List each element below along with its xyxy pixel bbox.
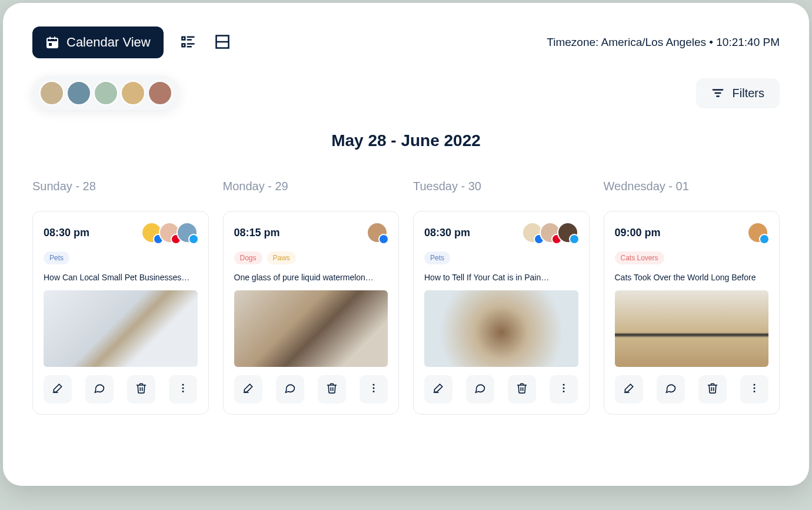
team-avatar[interactable] [94, 81, 118, 105]
team-avatar[interactable] [121, 81, 145, 105]
svg-rect-6 [182, 37, 185, 40]
delete-button[interactable] [127, 375, 155, 403]
tag[interactable]: Dogs [234, 251, 262, 264]
tag-row: Pets [424, 251, 578, 264]
more-button[interactable] [740, 375, 768, 403]
post-thumbnail[interactable] [234, 290, 388, 367]
post-thumbnail[interactable] [44, 290, 198, 367]
tag-row: DogsPaws [234, 251, 388, 264]
delete-button[interactable] [318, 375, 346, 403]
assignee-avatar[interactable] [367, 222, 388, 243]
assignee-avatar[interactable] [747, 222, 768, 243]
split-view-button[interactable] [214, 34, 232, 51]
assignee-badges [525, 222, 578, 243]
edit-button[interactable] [615, 375, 643, 403]
chat-icon [474, 382, 486, 396]
view-switcher: Calendar View [32, 27, 232, 58]
svg-point-31 [753, 388, 755, 389]
edit-button[interactable] [424, 375, 452, 403]
twitter-icon [569, 234, 580, 244]
post-card[interactable]: 09:00 pmCats LoversCats Took Over the Wo… [604, 211, 780, 415]
comment-button[interactable] [657, 375, 685, 403]
tag-row: Pets [44, 251, 198, 264]
list-view-button[interactable] [180, 34, 198, 51]
trash-icon [135, 382, 147, 396]
delete-button[interactable] [698, 375, 727, 403]
card-header: 08:15 pm [234, 222, 388, 243]
day-column: Monday - 2908:15 pmDogsPawsOne glass of … [223, 180, 400, 415]
card-header: 08:30 pm [424, 222, 578, 243]
edit-button[interactable] [234, 375, 262, 403]
more-vertical-icon [748, 382, 760, 396]
app-window: Calendar View Timezone: America/Los Ange… [3, 3, 809, 486]
svg-point-26 [563, 384, 565, 386]
card-actions [615, 375, 769, 403]
trash-icon [707, 382, 718, 396]
svg-point-19 [182, 388, 184, 389]
post-card[interactable]: 08:30 pmPetsHow to Tell If Your Cat is i… [413, 211, 590, 415]
post-time: 08:30 pm [424, 227, 470, 239]
calendar-columns: Sunday - 2808:30 pmPetsHow Can Local Sma… [32, 180, 780, 415]
post-title: One glass of pure liquid watermelon… [234, 273, 388, 282]
edit-button[interactable] [44, 375, 72, 403]
calendar-icon [45, 35, 59, 49]
post-thumbnail[interactable] [424, 290, 578, 367]
more-button[interactable] [360, 375, 388, 403]
svg-point-27 [563, 388, 565, 389]
more-button[interactable] [550, 375, 578, 403]
team-avatar-group[interactable] [32, 76, 179, 110]
day-label: Monday - 29 [223, 180, 400, 193]
svg-point-23 [372, 388, 374, 389]
team-avatar[interactable] [66, 81, 91, 105]
calendar-view-label: Calendar View [66, 35, 151, 50]
card-header: 09:00 pm [615, 222, 769, 243]
timezone-info: Timezone: America/Los Angeles • 10:21:40… [547, 36, 780, 49]
comment-button[interactable] [466, 375, 494, 403]
comment-button[interactable] [85, 375, 114, 403]
assignee-badges [751, 222, 768, 243]
day-label: Wednesday - 01 [604, 180, 780, 193]
card-actions [234, 375, 388, 403]
post-card[interactable]: 08:15 pmDogsPawsOne glass of pure liquid… [223, 211, 400, 415]
comment-button[interactable] [276, 375, 304, 403]
post-title: Cats Took Over the World Long Before [615, 273, 769, 282]
facebook-icon [378, 234, 389, 244]
svg-point-32 [753, 390, 755, 392]
assignee-avatar[interactable] [557, 222, 578, 243]
post-time: 08:15 pm [234, 227, 280, 239]
svg-point-22 [372, 384, 374, 386]
chat-icon [284, 382, 296, 396]
post-thumbnail[interactable] [615, 290, 769, 367]
svg-point-24 [372, 390, 374, 392]
team-avatar[interactable] [39, 81, 64, 105]
subheader: Filters [32, 76, 780, 110]
date-range: May 28 - June 2022 [32, 131, 780, 150]
svg-point-18 [182, 384, 184, 386]
filters-label: Filters [733, 87, 764, 100]
team-avatar[interactable] [148, 81, 172, 105]
trash-icon [326, 382, 338, 396]
tag[interactable]: Pets [424, 251, 450, 264]
assignee-avatar[interactable] [177, 222, 198, 243]
calendar-view-button[interactable]: Calendar View [32, 27, 164, 58]
assignee-badges [145, 222, 198, 243]
svg-rect-4 [54, 37, 55, 39]
tag[interactable]: Paws [267, 251, 296, 264]
more-button[interactable] [169, 375, 197, 403]
post-title: How Can Local Small Pet Businesses… [44, 273, 198, 282]
more-vertical-icon [368, 382, 380, 396]
pencil-icon [52, 382, 64, 396]
tag[interactable]: Pets [44, 251, 69, 264]
post-card[interactable]: 08:30 pmPetsHow Can Local Small Pet Busi… [32, 211, 209, 415]
delete-button[interactable] [508, 375, 536, 403]
card-actions [424, 375, 578, 403]
day-column: Tuesday - 3008:30 pmPetsHow to Tell If Y… [413, 180, 590, 415]
topbar: Calendar View Timezone: America/Los Ange… [32, 27, 780, 58]
svg-rect-3 [49, 37, 51, 39]
svg-point-30 [753, 384, 755, 386]
pencil-icon [242, 382, 254, 396]
tag[interactable]: Cats Lovers [615, 251, 664, 264]
filters-button[interactable]: Filters [696, 78, 780, 108]
card-header: 08:30 pm [44, 222, 198, 243]
post-time: 08:30 pm [44, 227, 89, 239]
